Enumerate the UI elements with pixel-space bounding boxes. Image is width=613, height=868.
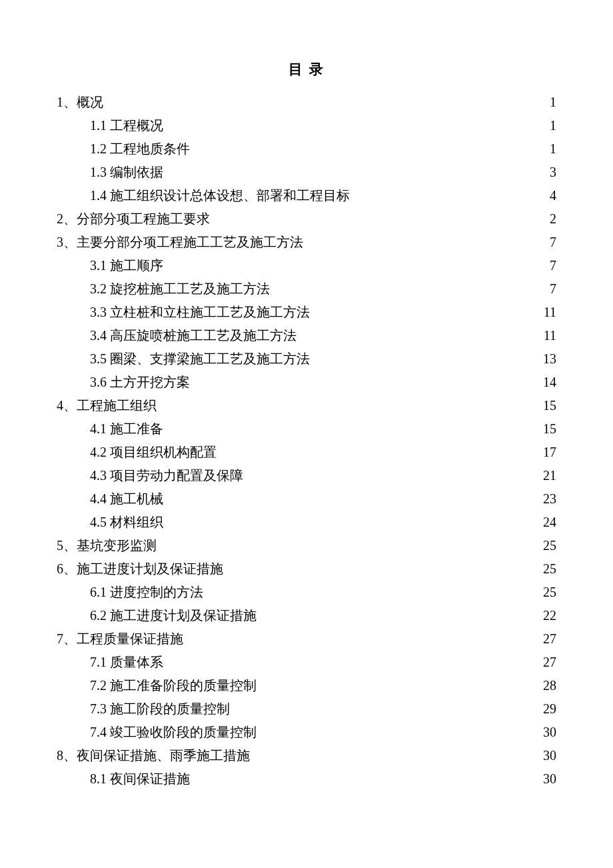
toc-entry-label: 2、分部分项工程施工要求 [57,207,210,231]
toc-entry-page: 1 [536,91,556,114]
toc-list: 1、概况11.1 工程概况11.2 工程地质条件11.3 编制依据31.4 施工… [57,91,556,791]
toc-entry-page: 25 [536,534,556,557]
toc-entry-page: 25 [536,581,556,604]
toc-entry-label: 6.1 进度控制的方法 [90,581,203,604]
toc-entry-label: 4.1 施工准备 [90,417,163,441]
toc-entry-page: 11 [536,301,556,324]
toc-entry: 7.3 施工阶段的质量控制29 [57,697,556,721]
toc-entry-page: 30 [536,721,556,744]
toc-entry: 4、工程施工组织15 [57,394,556,417]
toc-entry: 7.2 施工准备阶段的质量控制28 [57,674,556,697]
toc-entry: 3.2 旋挖桩施工工艺及施工方法7 [57,277,556,301]
toc-entry-label: 3.1 施工顺序 [90,254,163,277]
toc-entry-label: 3.4 高压旋喷桩施工工艺及施工方法 [90,324,297,347]
toc-entry-page: 14 [536,371,556,394]
toc-entry-page: 30 [536,744,556,767]
toc-entry-label: 1.2 工程地质条件 [90,137,190,161]
toc-entry: 3.5 圈梁、支撑梁施工工艺及施工方法13 [57,347,556,371]
toc-entry-page: 13 [536,347,556,371]
toc-entry-page: 28 [536,674,556,697]
toc-entry: 7.4 竣工验收阶段的质量控制30 [57,721,556,744]
toc-entry: 6.1 进度控制的方法25 [57,581,556,604]
toc-entry-label: 6、施工进度计划及保证措施 [57,557,223,581]
toc-entry-page: 27 [536,651,556,674]
toc-entry: 5、基坑变形监测25 [57,534,556,557]
toc-title: 目 录 [57,60,556,79]
toc-entry-label: 4.4 施工机械 [90,487,163,511]
toc-entry-page: 3 [536,161,556,184]
toc-entry-page: 4 [536,184,556,207]
toc-entry: 7、工程质量保证措施27 [57,627,556,651]
toc-entry: 3.1 施工顺序7 [57,254,556,277]
toc-entry-label: 1.3 编制依据 [90,161,163,184]
toc-entry-page: 30 [536,767,556,791]
toc-entry-label: 7.2 施工准备阶段的质量控制 [90,674,257,697]
toc-entry-label: 4、工程施工组织 [57,394,157,417]
toc-entry-page: 11 [536,324,556,347]
toc-entry: 3.4 高压旋喷桩施工工艺及施工方法11 [57,324,556,347]
toc-entry-label: 7.3 施工阶段的质量控制 [90,697,230,721]
toc-entry-label: 4.5 材料组织 [90,511,163,534]
document-page: 目 录 1、概况11.1 工程概况11.2 工程地质条件11.3 编制依据31.… [0,0,613,868]
toc-entry-page: 22 [536,604,556,627]
toc-entry-page: 7 [536,231,556,254]
toc-entry: 8.1 夜间保证措施30 [57,767,556,791]
toc-entry: 2、分部分项工程施工要求2 [57,207,556,231]
toc-entry-page: 23 [536,487,556,511]
toc-entry: 4.3 项目劳动力配置及保障21 [57,464,556,487]
toc-entry-page: 27 [536,627,556,651]
toc-entry-page: 24 [536,511,556,534]
toc-entry: 4.4 施工机械23 [57,487,556,511]
toc-entry-label: 8.1 夜间保证措施 [90,767,190,791]
toc-entry-label: 3.5 圈梁、支撑梁施工工艺及施工方法 [90,347,310,371]
toc-entry: 4.1 施工准备15 [57,417,556,441]
toc-entry: 3、主要分部分项工程施工工艺及施工方法7 [57,231,556,254]
toc-entry: 1、概况1 [57,91,556,114]
toc-entry-page: 7 [536,254,556,277]
toc-entry-page: 17 [536,441,556,464]
toc-entry-page: 1 [536,137,556,161]
toc-entry-page: 7 [536,277,556,301]
toc-entry: 7.1 质量体系27 [57,651,556,674]
toc-entry-page: 2 [536,207,556,231]
toc-entry-page: 21 [536,464,556,487]
toc-entry: 6.2 施工进度计划及保证措施22 [57,604,556,627]
toc-entry-label: 3.2 旋挖桩施工工艺及施工方法 [90,277,270,301]
toc-entry-label: 3.6 土方开挖方案 [90,371,190,394]
toc-entry-label: 1.4 施工组织设计总体设想、部署和工程目标 [90,184,350,207]
toc-entry-label: 3.3 立柱桩和立柱施工工艺及施工方法 [90,301,310,324]
toc-entry-label: 7.1 质量体系 [90,651,163,674]
toc-entry-page: 15 [536,394,556,417]
toc-entry: 1.1 工程概况1 [57,114,556,137]
toc-entry-label: 1、概况 [57,91,103,114]
toc-entry-page: 29 [536,697,556,721]
toc-entry: 8、夜间保证措施、雨季施工措施30 [57,744,556,767]
toc-entry-label: 4.2 项目组织机构配置 [90,441,217,464]
toc-entry: 1.2 工程地质条件1 [57,137,556,161]
toc-entry-label: 4.3 项目劳动力配置及保障 [90,464,243,487]
toc-entry-page: 25 [536,557,556,581]
toc-entry: 3.6 土方开挖方案14 [57,371,556,394]
toc-entry: 4.2 项目组织机构配置17 [57,441,556,464]
toc-entry: 1.3 编制依据3 [57,161,556,184]
toc-entry-page: 1 [536,114,556,137]
toc-entry: 6、施工进度计划及保证措施25 [57,557,556,581]
toc-entry-label: 7.4 竣工验收阶段的质量控制 [90,721,257,744]
toc-entry: 1.4 施工组织设计总体设想、部署和工程目标4 [57,184,556,207]
toc-entry-page: 15 [536,417,556,441]
toc-entry: 4.5 材料组织24 [57,511,556,534]
toc-entry: 3.3 立柱桩和立柱施工工艺及施工方法11 [57,301,556,324]
toc-entry-label: 3、主要分部分项工程施工工艺及施工方法 [57,231,303,254]
toc-entry-label: 5、基坑变形监测 [57,534,157,557]
toc-entry-label: 8、夜间保证措施、雨季施工措施 [57,744,250,767]
toc-entry-label: 1.1 工程概况 [90,114,163,137]
toc-entry-label: 6.2 施工进度计划及保证措施 [90,604,257,627]
toc-entry-label: 7、工程质量保证措施 [57,627,183,651]
